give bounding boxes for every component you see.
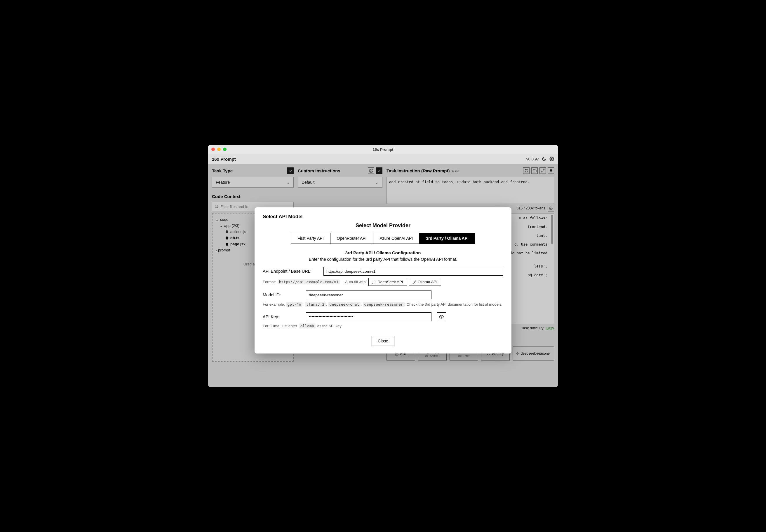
file-icon <box>226 230 229 234</box>
config-title: 3rd Party API / Ollama Configuration <box>263 250 503 255</box>
custom-instructions-check-icon[interactable] <box>376 167 382 174</box>
expand-icon[interactable] <box>539 167 546 174</box>
svg-point-10 <box>441 316 442 317</box>
app-window: 16x Prompt 16x Prompt v0.0.97 Task Type … <box>208 145 558 387</box>
search-icon <box>215 204 219 209</box>
task-type-select[interactable]: Feature <box>212 177 294 188</box>
modal-title: Select API Model <box>263 214 503 220</box>
task-type-check-icon[interactable] <box>287 167 294 174</box>
settings-icon[interactable] <box>549 157 554 161</box>
token-settings-icon[interactable] <box>548 205 554 211</box>
file-icon <box>226 242 229 246</box>
window-title: 16x Prompt <box>373 147 394 152</box>
pencil-icon <box>412 280 416 284</box>
svg-point-0 <box>551 158 552 160</box>
model-id-hint: For example, gpt-4o, llama3.2, deepseek-… <box>263 302 503 308</box>
scrollbar-thumb[interactable] <box>551 215 553 244</box>
difficulty-link[interactable]: Easy <box>545 326 554 330</box>
svg-line-3 <box>543 169 544 170</box>
tab-openrouter[interactable]: OpenRouter API <box>330 233 373 244</box>
main-content: Task Type Feature Code Context Filter fi… <box>208 164 558 387</box>
config-desc: Enter the configuration for the 3rd part… <box>263 257 503 262</box>
app-bar: 16x Prompt v0.0.97 <box>208 154 558 164</box>
titlebar: 16x Prompt <box>208 145 558 154</box>
svg-line-4 <box>541 171 542 172</box>
autofill-deepseek-button[interactable]: DeepSeek API <box>368 278 407 286</box>
toggle-visibility-button[interactable] <box>437 312 446 321</box>
svg-point-5 <box>550 208 551 209</box>
api-key-hint: For Ollma, just enter ollama as the API … <box>263 323 503 328</box>
tab-third-party-ollama[interactable]: 3rd Party / Ollama API <box>419 233 475 244</box>
task-type-label: Task Type <box>212 168 233 173</box>
svg-point-9 <box>517 353 518 354</box>
chevron-right-icon: › <box>216 248 217 252</box>
app-name: 16x Prompt <box>212 157 236 162</box>
folder-open-icon[interactable] <box>531 167 538 174</box>
task-instruction-label: Task Instruction (Raw Prompt)⌘+N <box>386 168 459 173</box>
lightbulb-icon[interactable] <box>548 167 554 174</box>
gear-icon <box>516 352 519 355</box>
endpoint-input[interactable] <box>324 267 503 276</box>
save-icon[interactable] <box>523 167 529 174</box>
chevron-down-icon <box>375 180 379 185</box>
edit-instructions-icon[interactable] <box>368 167 374 174</box>
api-key-label: API Key: <box>263 314 301 319</box>
chevron-down-icon: ⌄ <box>220 223 223 228</box>
model-select-button[interactable]: deepseek-reasoner <box>512 347 554 361</box>
chevron-down-icon: ⌄ <box>216 217 219 222</box>
code-context-label: Code Context <box>212 194 294 199</box>
maximize-window-icon[interactable] <box>223 148 227 151</box>
svg-point-1 <box>215 205 218 208</box>
model-id-input[interactable] <box>306 291 431 299</box>
chevron-down-icon <box>286 180 290 185</box>
task-instruction-textarea[interactable]: add created_at field to todos, update bo… <box>386 177 554 204</box>
minimize-window-icon[interactable] <box>217 148 221 151</box>
pencil-icon <box>372 280 376 284</box>
app-version: v0.0.97 <box>526 157 539 161</box>
model-id-label: Model ID: <box>263 293 301 297</box>
traffic-lights <box>212 148 227 151</box>
select-api-model-modal: Select API Model Select Model Provider F… <box>255 207 511 353</box>
svg-line-2 <box>218 207 218 208</box>
endpoint-hint: Format: https://api.example.com/v1 Auto-… <box>263 278 503 286</box>
endpoint-label: API Endpoint / Base URL: <box>263 269 318 274</box>
theme-toggle-icon[interactable] <box>542 157 546 161</box>
tab-first-party[interactable]: First Party API <box>291 233 330 244</box>
close-button[interactable]: Close <box>372 336 394 346</box>
close-window-icon[interactable] <box>212 148 215 151</box>
provider-tabs: First Party API OpenRouter API Azure Ope… <box>263 233 503 244</box>
api-key-input[interactable] <box>306 312 431 321</box>
file-icon <box>226 236 229 240</box>
autofill-ollama-button[interactable]: Ollama API <box>409 278 441 286</box>
custom-instructions-select[interactable]: Default <box>298 177 382 188</box>
eye-icon <box>439 314 444 319</box>
tab-azure-openai[interactable]: Azure OpenAI API <box>373 233 420 244</box>
token-count: 516 / 200k tokens <box>516 206 545 210</box>
custom-instructions-label: Custom Instructions <box>298 168 340 173</box>
modal-subtitle: Select Model Provider <box>263 223 503 229</box>
